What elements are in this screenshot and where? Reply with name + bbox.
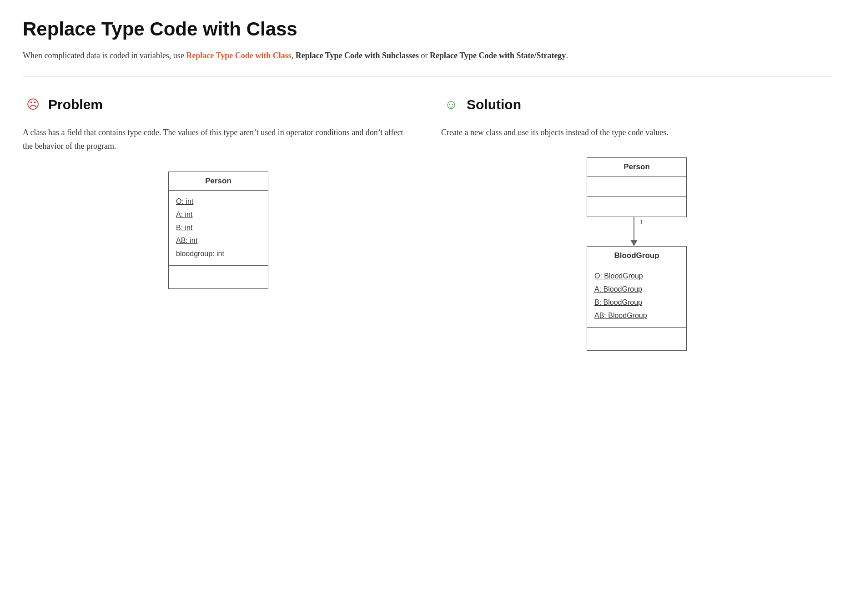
solution-person-name: Person (587, 158, 686, 177)
intro-bold2: Replace Type Code with State/Strategy (430, 51, 566, 60)
problem-fields: O: int A: int B: int AB: int bloodgroup:… (169, 191, 268, 266)
field-o-int: O: int (176, 195, 261, 208)
solution-person-fields (587, 177, 686, 197)
solution-bloodgroup-box: BloodGroup O: BloodGroup A: BloodGroup B… (587, 246, 687, 350)
problem-uml-box: Person O: int A: int B: int AB: int bloo… (168, 172, 268, 289)
solution-person-methods (587, 197, 686, 217)
problem-description: A class has a field that contains type c… (23, 126, 414, 153)
intro-paragraph: When complicated data is coded in variab… (23, 49, 832, 62)
page-title: Replace Type Code with Class (23, 18, 832, 40)
problem-diagram: Person O: int A: int B: int AB: int bloo… (23, 172, 414, 289)
solution-person-box: Person (587, 157, 687, 217)
field-a-int: A: int (176, 208, 261, 222)
arrow-shaft (634, 217, 634, 240)
field-bloodgroup: bloodgroup: int (176, 247, 261, 261)
problem-title: Problem (48, 97, 103, 112)
problem-class-name: Person (169, 172, 268, 191)
bg-field-o: O: BloodGroup (594, 270, 679, 283)
solution-bloodgroup-name: BloodGroup (587, 247, 686, 265)
solution-icon: ☺ (441, 95, 461, 115)
problem-column: ☹ Problem A class has a field that conta… (23, 95, 441, 351)
solution-description: Create a new class and use its objects i… (441, 126, 832, 140)
solution-column: ☺ Solution Create a new class and use it… (441, 95, 832, 351)
main-columns: ☹ Problem A class has a field that conta… (23, 95, 832, 351)
bg-field-b: B: BloodGroup (594, 296, 679, 309)
bg-field-ab: AB: BloodGroup (594, 309, 679, 323)
field-b-int: B: int (176, 222, 261, 235)
field-ab-int: AB: int (176, 234, 261, 247)
bg-field-a: A: BloodGroup (594, 283, 679, 296)
solution-title: Solution (467, 97, 521, 112)
solution-diagram: Person 1 BloodGroup O: BloodGroup (441, 157, 832, 350)
solution-header: ☺ Solution (441, 95, 832, 115)
solution-bloodgroup-methods (587, 328, 686, 350)
association-arrow: 1 (630, 217, 643, 246)
intro-link[interactable]: Replace Type Code with Class (186, 51, 291, 60)
solution-bloodgroup-fields: O: BloodGroup A: BloodGroup B: BloodGrou… (587, 265, 686, 327)
problem-methods (169, 266, 268, 288)
arrow-label: 1 (640, 219, 643, 226)
problem-icon: ☹ (23, 95, 43, 115)
intro-bold1: Replace Type Code with Subclasses (296, 51, 419, 60)
arrow-head (630, 240, 638, 246)
section-divider (23, 76, 832, 76)
intro-or: or (419, 51, 430, 60)
intro-text-before: When complicated data is coded in variab… (23, 51, 186, 60)
intro-comma: , (292, 51, 296, 60)
problem-header: ☹ Problem (23, 95, 414, 115)
intro-end: . (566, 51, 568, 60)
